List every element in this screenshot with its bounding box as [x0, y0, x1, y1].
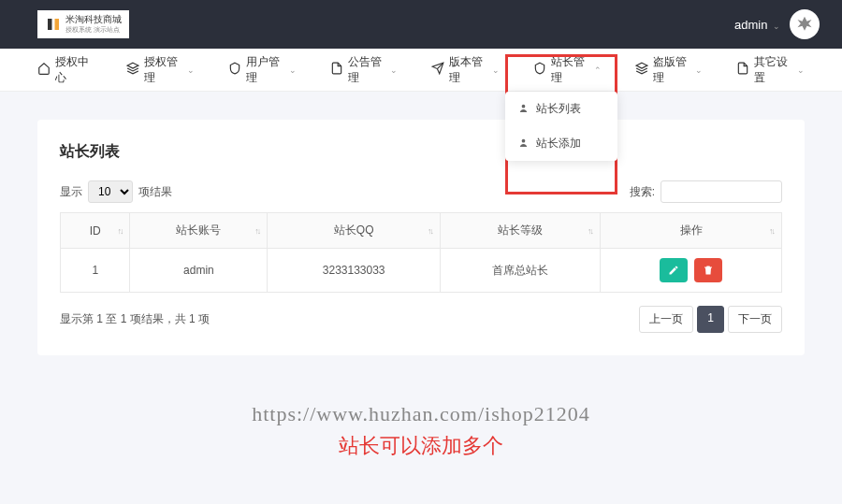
chevron-up-icon: ⌃ [594, 65, 602, 75]
column-header[interactable]: 站长QQ↑↓ [268, 213, 441, 249]
watermark-url: https://www.huzhan.com/ishop21204 [0, 402, 842, 426]
brand-subtitle: 授权系统 演示站点 [65, 25, 122, 35]
nav-label: 用户管理 [246, 54, 283, 86]
dropdown-label: 站长列表 [536, 101, 581, 117]
table-row: 1 admin 3233133033 首席总站长 [61, 249, 782, 293]
nav-label: 授权管理 [144, 54, 181, 86]
sort-icon: ↑↓ [254, 226, 259, 236]
svg-rect-0 [48, 19, 52, 30]
avatar[interactable] [790, 9, 820, 39]
topbar: 米淘科技商城 授权系统 演示站点 admin ⌄ [0, 0, 842, 49]
length-prefix: 显示 [60, 184, 82, 200]
dropdown-item-0[interactable]: 站长列表 [505, 92, 617, 126]
nav-label: 站长管理 [551, 54, 588, 86]
sort-icon: ↑↓ [769, 226, 774, 236]
user-menu[interactable]: admin ⌄ [734, 18, 780, 32]
nav-item-3[interactable]: 公告管理⌄ [330, 49, 399, 91]
edit-button[interactable] [660, 258, 688, 282]
column-header[interactable]: 站长等级↑↓ [441, 213, 601, 249]
layers-icon [635, 62, 648, 78]
length-suffix: 项结果 [138, 184, 172, 200]
dropdown-label: 站长添加 [536, 136, 581, 151]
doc-icon [736, 62, 749, 78]
user-name-label: admin [734, 18, 767, 32]
shield-icon [228, 62, 241, 78]
nav-label: 其它设置 [754, 54, 791, 86]
prev-page-button[interactable]: 上一页 [639, 306, 693, 333]
cell-actions [601, 249, 782, 293]
nav-item-0[interactable]: 授权中心 [37, 49, 93, 91]
chevron-down-icon: ⌄ [187, 65, 195, 75]
chevron-down-icon: ⌄ [695, 65, 703, 75]
person-icon [518, 137, 529, 151]
dropdown-item-1[interactable]: 站长添加 [505, 126, 617, 161]
pagination: 上一页 1 下一页 [639, 306, 782, 333]
chevron-down-icon: ⌄ [797, 65, 805, 75]
nav-label: 版本管理 [449, 54, 486, 86]
nav-item-2[interactable]: 用户管理⌄ [228, 49, 297, 91]
nav-label: 盗版管理 [653, 54, 690, 86]
layers-icon [126, 62, 139, 78]
page-title: 站长列表 [60, 142, 782, 162]
column-header[interactable]: 操作↑↓ [601, 213, 782, 249]
column-header[interactable]: 站长账号↑↓ [130, 213, 268, 249]
nav-item-7[interactable]: 其它设置⌄ [736, 49, 805, 91]
chevron-down-icon: ⌄ [390, 65, 398, 75]
svg-point-3 [522, 138, 526, 142]
search-input[interactable] [661, 180, 782, 203]
search-control: 搜索: [630, 180, 782, 203]
sort-icon: ↑↓ [428, 226, 432, 236]
dropdown-menu: 站长列表站长添加 [505, 92, 617, 161]
nav-label: 授权中心 [55, 54, 93, 86]
next-page-button[interactable]: 下一页 [728, 306, 782, 333]
chevron-down-icon: ⌄ [492, 65, 500, 75]
cell-account: admin [130, 249, 268, 293]
svg-point-2 [522, 104, 526, 108]
page-number-button[interactable]: 1 [697, 306, 724, 333]
brand-icon [45, 16, 62, 33]
cell-level: 首席总站长 [441, 249, 601, 293]
plane-icon [431, 62, 444, 78]
chevron-down-icon: ⌄ [289, 65, 297, 75]
cell-id: 1 [61, 249, 130, 293]
chevron-down-icon: ⌄ [773, 22, 780, 31]
search-label: 搜索: [630, 184, 655, 200]
brand-logo[interactable]: 米淘科技商城 授权系统 演示站点 [37, 10, 129, 38]
length-control: 显示 10 项结果 [60, 180, 172, 203]
column-header[interactable]: ID↑↓ [61, 213, 130, 249]
person-icon [518, 103, 529, 116]
nav-item-5[interactable]: 站长管理⌃ [533, 49, 602, 91]
content-area: 站长列表 显示 10 项结果 搜索: ID↑↓站长账号↑↓站长QQ↑↓站长等级↑… [0, 92, 842, 383]
nav-item-6[interactable]: 盗版管理⌄ [635, 49, 704, 91]
nav-label: 公告管理 [348, 54, 385, 86]
svg-rect-1 [55, 19, 60, 30]
user-area: admin ⌄ [734, 9, 820, 39]
table-controls: 显示 10 项结果 搜索: [60, 180, 782, 203]
sort-icon: ↑↓ [588, 226, 592, 236]
card: 站长列表 显示 10 项结果 搜索: ID↑↓站长账号↑↓站长QQ↑↓站长等级↑… [37, 120, 805, 355]
shield-icon [533, 62, 546, 78]
table-info: 显示第 1 至 1 项结果，共 1 项 [60, 311, 210, 327]
nav-item-1[interactable]: 授权管理⌄ [126, 49, 195, 91]
cell-qq: 3233133033 [268, 249, 441, 293]
main-nav: 授权中心授权管理⌄用户管理⌄公告管理⌄版本管理⌄站长管理⌃盗版管理⌄其它设置⌄ [0, 49, 842, 92]
doc-icon [330, 62, 343, 78]
sort-icon: ↑↓ [117, 226, 122, 236]
watermark-note: 站长可以添加多个 [0, 432, 842, 460]
watermark: https://www.huzhan.com/ishop21204 站长可以添加… [0, 402, 842, 460]
data-table: ID↑↓站长账号↑↓站长QQ↑↓站长等级↑↓操作↑↓ 1 admin 32331… [60, 212, 782, 293]
brand-name: 米淘科技商城 [65, 14, 122, 25]
table-footer: 显示第 1 至 1 项结果，共 1 项 上一页 1 下一页 [60, 306, 782, 333]
length-select[interactable]: 10 [88, 180, 133, 203]
nav-item-4[interactable]: 版本管理⌄ [431, 49, 500, 91]
home-icon [37, 62, 51, 78]
delete-button[interactable] [694, 258, 722, 282]
